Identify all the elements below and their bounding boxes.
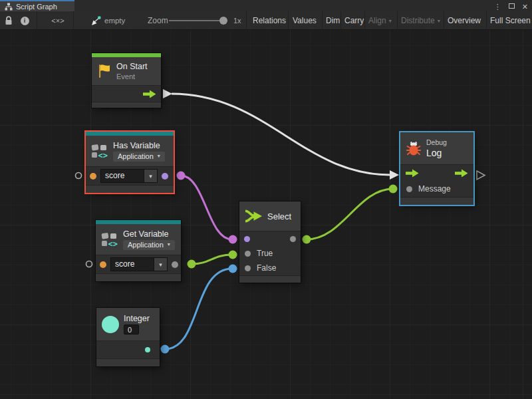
- variable-name-value: score: [101, 170, 144, 182]
- condition-input-port[interactable]: [244, 236, 250, 242]
- cursor-glyph: [90, 16, 101, 26]
- svg-text:<>: <>: [98, 151, 108, 159]
- toolbar-separator: [322, 11, 323, 30]
- kebab-menu-icon[interactable]: [494, 0, 501, 12]
- lock-glyph: [5, 16, 13, 25]
- variables-icon: <>: [91, 144, 108, 158]
- merge-arrows-icon: [245, 209, 263, 223]
- integer-literal-icon: [102, 316, 119, 333]
- scope-dropdown[interactable]: Application: [113, 152, 165, 162]
- true-input-port[interactable]: [245, 251, 251, 257]
- toolbar-separator: [73, 11, 74, 30]
- node-surtitle: Debug: [426, 138, 447, 146]
- chevron-down-icon[interactable]: [144, 170, 157, 182]
- values-button[interactable]: Values: [293, 11, 317, 30]
- node-footer: [96, 358, 160, 366]
- svg-text:<>: <>: [108, 239, 118, 247]
- zoom-slider-handle[interactable]: [219, 17, 227, 25]
- node-select[interactable]: Select True False: [239, 201, 301, 283]
- port-label-message: Message: [418, 184, 451, 194]
- carry-button[interactable]: Carry: [344, 11, 364, 30]
- code-view-toggle[interactable]: <×>: [48, 11, 68, 30]
- info-icon[interactable]: [17, 11, 32, 30]
- variable-name-dropdown[interactable]: score: [110, 257, 168, 271]
- variable-name-dropdown[interactable]: score: [100, 169, 158, 183]
- toolbar-separator: [246, 11, 247, 30]
- node-title: Has Variable: [113, 141, 165, 150]
- enter-input-port[interactable]: [406, 169, 419, 178]
- selection-output-port[interactable]: [290, 236, 296, 242]
- node-has-variable[interactable]: <> Has Variable Application score: [86, 132, 174, 193]
- close-icon[interactable]: [522, 0, 528, 12]
- port-label-true: True: [257, 249, 273, 258]
- zoom-slider-track[interactable]: [169, 20, 223, 21]
- node-footer: [239, 275, 301, 283]
- window-controls: [494, 0, 528, 11]
- flag-icon: [97, 63, 112, 79]
- scope-dropdown[interactable]: Application: [123, 240, 175, 250]
- toolbar-separator: [364, 11, 365, 30]
- exit-output-port[interactable]: [455, 169, 468, 178]
- chevron-down-icon[interactable]: [154, 258, 167, 271]
- node-footer: [92, 102, 161, 108]
- tab-bar: Script Graph: [0, 0, 532, 11]
- overview-button[interactable]: Overview: [448, 11, 481, 30]
- align-dropdown[interactable]: Align: [368, 11, 392, 30]
- integer-output-port[interactable]: [145, 347, 150, 352]
- scope-value: Application: [118, 152, 154, 160]
- variable-name-input-port[interactable]: [90, 173, 96, 180]
- integer-value-field[interactable]: 0: [124, 325, 139, 334]
- variables-icon: <>: [101, 232, 118, 247]
- relations-button[interactable]: Relations: [253, 11, 286, 30]
- selection-status: empty: [104, 11, 125, 30]
- node-footer: [86, 185, 174, 193]
- dim-button[interactable]: Dim: [326, 11, 340, 30]
- false-input-port[interactable]: [245, 265, 251, 271]
- maximize-icon[interactable]: [509, 3, 515, 9]
- result-output-port[interactable]: [162, 173, 168, 180]
- node-title: Log: [426, 148, 447, 158]
- toolbar-separator: [288, 11, 289, 30]
- toolbar-separator: [444, 11, 444, 30]
- node-footer: [400, 197, 473, 205]
- zoom-value: 1x: [233, 11, 241, 30]
- lock-icon[interactable]: [1, 11, 16, 30]
- info-glyph: [21, 17, 29, 25]
- zoom-label: Zoom: [148, 11, 168, 30]
- variable-name-value: score: [111, 258, 154, 271]
- node-integer[interactable]: Integer 0: [96, 308, 160, 366]
- node-footer: [96, 273, 181, 281]
- tab-label: Script Graph: [16, 3, 57, 11]
- toolbar-separator: [486, 11, 487, 30]
- node-on-start[interactable]: On Start Event: [92, 53, 161, 108]
- node-debug-log[interactable]: Debug Log Message: [400, 132, 473, 205]
- variable-name-input-port[interactable]: [100, 261, 106, 268]
- toolbar-separator: [340, 11, 341, 30]
- toolbar-separator: [37, 11, 37, 30]
- script-graph-window: Script Graph <×> empty: [0, 0, 532, 399]
- node-title: Select: [267, 211, 291, 221]
- port-label-false: False: [257, 263, 276, 273]
- connection-cursor-icon: [89, 11, 102, 30]
- graph-toolbar: <×> empty Zoom 1x Relations Values Dim C…: [0, 11, 532, 30]
- graph-hierarchy-icon: [5, 3, 13, 11]
- node-title: On Start: [116, 62, 148, 71]
- trigger-output-port[interactable]: [143, 90, 156, 98]
- scope-value: Application: [128, 241, 164, 249]
- node-title: Get Variable: [123, 229, 175, 239]
- node-subtitle: Event: [116, 72, 148, 80]
- tab-script-graph[interactable]: Script Graph: [0, 0, 74, 11]
- node-get-variable[interactable]: <> Get Variable Application score: [96, 220, 181, 281]
- node-title: Integer: [124, 314, 150, 323]
- message-input-port[interactable]: [406, 186, 412, 192]
- distribute-dropdown[interactable]: Distribute: [401, 11, 440, 30]
- value-output-port[interactable]: [172, 261, 178, 268]
- bug-icon: [406, 140, 422, 156]
- toolbar-separator: [397, 11, 398, 30]
- fullscreen-button[interactable]: Full Screen: [490, 11, 531, 30]
